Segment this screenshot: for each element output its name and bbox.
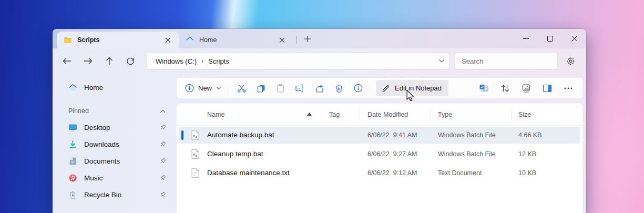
column-header-date-modified[interactable]: Date Modified	[367, 104, 408, 126]
text-file-icon	[191, 168, 200, 178]
properties-button[interactable]	[349, 80, 368, 96]
search-box[interactable]	[455, 53, 558, 69]
rename-icon	[295, 84, 305, 93]
maximize-button[interactable]	[538, 29, 562, 48]
up-button[interactable]	[101, 53, 117, 69]
file-type: Text Document	[438, 164, 482, 182]
batch-file-icon	[191, 149, 200, 159]
sort-ascending-icon	[307, 113, 312, 116]
address-bar[interactable]: Windows (C:) › Scripts	[146, 53, 449, 69]
chevron-down-icon	[216, 86, 221, 90]
column-header-type[interactable]: Type	[438, 104, 452, 126]
sidebar-item-label: Home	[84, 84, 103, 92]
rename-button[interactable]	[290, 80, 310, 96]
file-name: Cleanup temp.bat	[207, 145, 263, 164]
new-plus-icon	[185, 84, 194, 93]
more-icon	[564, 87, 573, 89]
sidebar-item-documents[interactable]: Documents	[53, 154, 173, 168]
new-button[interactable]: New	[180, 80, 226, 96]
search-input[interactable]	[462, 57, 554, 65]
cut-button[interactable]	[232, 80, 251, 96]
view-button[interactable]	[516, 80, 536, 96]
file-explorer-window: Scripts Home	[53, 29, 586, 213]
recycle-bin-icon	[68, 190, 77, 199]
delete-icon	[335, 84, 343, 93]
column-divider[interactable]	[360, 108, 360, 121]
column-header-name[interactable]: Name	[207, 104, 224, 126]
column-divider[interactable]	[323, 108, 323, 121]
chevron-up-icon[interactable]	[160, 109, 166, 113]
close-window-button[interactable]	[562, 29, 586, 48]
share-button[interactable]	[310, 80, 329, 96]
file-row-automate-backup[interactable]: Automate backup.bat 6/06/22 9:41 AM Wind…	[177, 126, 582, 145]
cut-icon	[237, 84, 247, 93]
more-button[interactable]	[558, 80, 578, 96]
tab-label: Home	[199, 36, 271, 44]
new-label: New	[198, 84, 212, 92]
file-row-cleanup-temp[interactable]: Cleanup temp.bat 6/06/22 9:27 AM Windows…	[177, 145, 582, 164]
minimize-button[interactable]	[514, 29, 538, 48]
edit-in-notepad-label: Edit in Notepad	[395, 84, 442, 92]
tab-bar: Scripts Home	[57, 29, 314, 48]
settings-button[interactable]	[562, 53, 579, 69]
close-tab-icon[interactable]	[162, 34, 173, 46]
sort-button[interactable]	[495, 80, 515, 96]
sidebar-item-recycle-bin[interactable]: Recycle Bin	[53, 187, 173, 202]
breadcrumb-current[interactable]: Scripts	[206, 56, 231, 66]
column-headers: Name Tag Date Modified Type Size	[177, 104, 582, 126]
column-divider[interactable]	[512, 108, 512, 121]
share-icon	[315, 84, 324, 93]
details-pane-icon	[543, 84, 552, 93]
address-dropdown-button[interactable]	[438, 59, 445, 63]
edit-in-notepad-button[interactable]: Edit in Notepad	[376, 80, 448, 96]
pencil-icon	[382, 84, 390, 93]
up-icon	[106, 57, 113, 65]
breadcrumb-drive[interactable]: Windows (C:)	[154, 56, 199, 66]
navigation-bar: Windows (C:) › Scripts	[53, 48, 586, 74]
sidebar-item-label: Downloads	[84, 140, 119, 148]
tab-label: Scripts	[77, 36, 157, 44]
tab-separator	[297, 36, 297, 44]
file-type: Windows Batch File	[438, 126, 496, 145]
info-icon	[354, 84, 363, 93]
window-content: Home Pinned Desktop Downloads	[53, 74, 586, 213]
select-all-button[interactable]	[474, 80, 494, 96]
downloads-icon	[68, 140, 77, 149]
file-name: Automate backup.bat	[207, 126, 274, 145]
forward-button[interactable]	[80, 53, 96, 69]
sort-icon	[500, 84, 510, 93]
column-header-size[interactable]: Size	[518, 104, 531, 126]
refresh-button[interactable]	[122, 53, 138, 69]
file-date: 6/06/22 9:12 AM	[367, 164, 417, 182]
close-tab-icon[interactable]	[276, 34, 288, 46]
delete-button[interactable]	[329, 80, 349, 96]
pin-icon	[159, 191, 167, 198]
sidebar-pinned-header[interactable]: Pinned	[53, 106, 173, 116]
details-pane-button[interactable]	[537, 80, 557, 96]
toolbar-right-group	[474, 80, 579, 96]
sidebar-item-label: Music	[84, 174, 103, 182]
column-header-tag[interactable]: Tag	[329, 104, 340, 126]
sidebar-item-music[interactable]: Music	[53, 170, 173, 185]
copy-button[interactable]	[251, 80, 271, 96]
music-icon	[68, 174, 77, 182]
paste-icon	[276, 84, 285, 93]
new-tab-button[interactable]	[301, 32, 314, 46]
file-name: Database maintenance.txt	[207, 164, 290, 182]
tab-home[interactable]: Home	[179, 32, 293, 48]
column-divider[interactable]	[431, 108, 431, 121]
select-all-icon	[479, 84, 489, 93]
paste-button[interactable]	[271, 80, 290, 96]
command-toolbar: New	[176, 77, 583, 99]
tab-scripts[interactable]: Scripts	[57, 32, 179, 48]
sidebar-item-downloads[interactable]: Downloads	[53, 137, 173, 151]
back-button[interactable]	[59, 53, 75, 69]
sidebar-item-home[interactable]: Home	[53, 80, 173, 95]
breadcrumb-separator: ›	[199, 56, 206, 66]
pin-icon	[159, 174, 167, 181]
batch-file-icon	[191, 130, 200, 140]
plus-icon	[304, 35, 311, 43]
view-icon	[522, 84, 531, 93]
file-row-database-maintenance[interactable]: Database maintenance.txt 6/06/22 9:12 AM…	[177, 164, 582, 182]
sidebar-item-desktop[interactable]: Desktop	[53, 120, 173, 135]
